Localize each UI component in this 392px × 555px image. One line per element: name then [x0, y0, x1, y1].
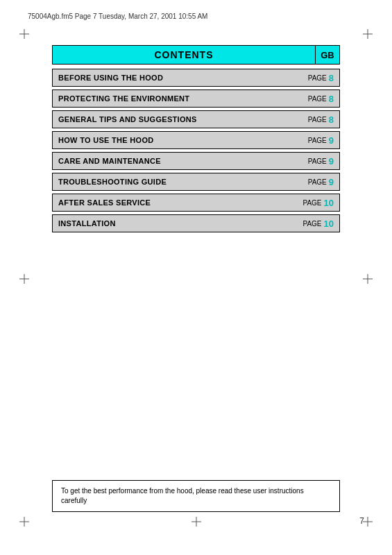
contents-title: CONTENTS — [52, 45, 315, 65]
page-num-3: 8 — [329, 114, 334, 125]
toc-row-5: CARE AND MAINTENANCE PAGE 9 — [52, 152, 340, 170]
toc-row-6: TROUBLESHOOTING GUIDE PAGE 9 — [52, 173, 340, 191]
page-num-8: 10 — [324, 219, 334, 229]
toc-page-5: PAGE 9 — [298, 153, 339, 169]
toc-row-1: BEFORE USING THE HOOD PAGE 8 — [52, 69, 340, 87]
toc-page-7: PAGE 10 — [298, 194, 339, 211]
page-num-4: 9 — [329, 135, 334, 146]
crosshair-top-left — [19, 29, 29, 39]
page-word-7: PAGE — [302, 199, 321, 207]
page-num-1: 8 — [329, 73, 334, 83]
toc-row-3: GENERAL TIPS AND SUGGESTIONS PAGE 8 — [52, 110, 340, 128]
contents-gb: GB — [315, 45, 340, 65]
toc-row-4: HOW TO USE THE HOOD PAGE 9 — [52, 131, 340, 149]
page-num-2: 8 — [329, 94, 334, 104]
page-num-7: 10 — [324, 198, 334, 208]
toc-label-1: BEFORE USING THE HOOD — [53, 69, 298, 86]
toc-label-3: GENERAL TIPS AND SUGGESTIONS — [53, 111, 298, 128]
toc-row-8: INSTALLATION PAGE 10 — [52, 214, 340, 232]
page-word-3: PAGE — [308, 116, 327, 123]
crosshair-bot-left — [19, 517, 29, 527]
toc-label-2: PROTECTING THE ENVIRONMENT — [53, 90, 298, 107]
page-word-4: PAGE — [308, 137, 327, 144]
toc-page-3: PAGE 8 — [298, 111, 339, 128]
toc-label-6: TROUBLESHOOTING GUIDE — [53, 173, 298, 190]
content-area: CONTENTS GB BEFORE USING THE HOOD PAGE 8… — [52, 45, 340, 235]
toc-label-8: INSTALLATION — [53, 215, 298, 232]
toc-row-2: PROTECTING THE ENVIRONMENT PAGE 8 — [52, 89, 340, 108]
toc-page-6: PAGE 9 — [298, 173, 339, 190]
header-bar: 75004Agb.fm5 Page 7 Tuesday, March 27, 2… — [28, 12, 364, 20]
crosshair-mid-left — [19, 274, 29, 284]
page-number: 7 — [359, 516, 364, 526]
page-word-5: PAGE — [308, 157, 327, 165]
file-info: 75004Agb.fm5 Page 7 Tuesday, March 27, 2… — [28, 12, 207, 20]
toc-page-4: PAGE 9 — [298, 132, 339, 148]
toc-label-4: HOW TO USE THE HOOD — [53, 132, 298, 148]
crosshair-bot-center — [191, 517, 201, 527]
toc-label-7: AFTER SALES SERVICE — [53, 194, 298, 211]
notice-text: To get the best performance from the hoo… — [61, 487, 304, 504]
crosshair-bot-right — [363, 517, 373, 527]
page-word-8: PAGE — [302, 220, 321, 228]
toc-page-2: PAGE 8 — [298, 90, 339, 107]
toc-page-1: PAGE 8 — [298, 69, 339, 86]
notice-box: To get the best performance from the hoo… — [52, 480, 340, 512]
toc-page-8: PAGE 10 — [298, 215, 339, 232]
page-word-2: PAGE — [308, 95, 327, 103]
crosshair-mid-right — [363, 274, 373, 284]
page-container: 75004Agb.fm5 Page 7 Tuesday, March 27, 2… — [0, 0, 392, 555]
page-num-6: 9 — [329, 177, 334, 187]
crosshair-top-right — [363, 29, 373, 39]
toc-label-5: CARE AND MAINTENANCE — [53, 153, 298, 169]
page-word-1: PAGE — [308, 74, 327, 82]
contents-header: CONTENTS GB — [52, 45, 340, 65]
page-num-5: 9 — [329, 156, 334, 166]
page-word-6: PAGE — [308, 178, 327, 186]
toc-row-7: AFTER SALES SERVICE PAGE 10 — [52, 194, 340, 212]
